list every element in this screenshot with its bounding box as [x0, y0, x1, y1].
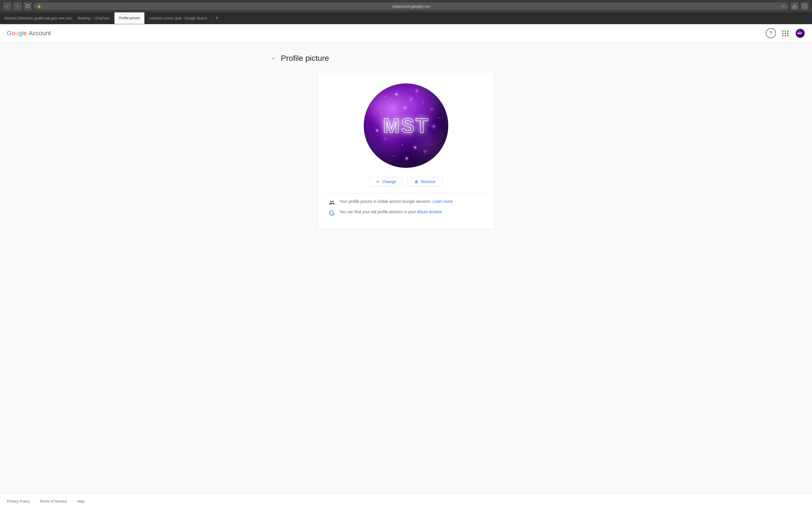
archive-text: You can find your old profile pictures i… — [340, 210, 442, 214]
page-header: Google Account ? MST — [0, 24, 812, 43]
browser-chrome: ‹ › 🔒 myaccount.google.com ↻ Massive Edm… — [0, 0, 812, 24]
profile-picture-container: MST — [364, 83, 448, 168]
tabs-bar: Massive Edmonton graffiti wall gets new … — [0, 12, 812, 24]
forward-button[interactable]: › — [13, 2, 21, 10]
visibility-info-row: Your profile picture is visible across G… — [326, 199, 486, 206]
browser-toolbar: ‹ › 🔒 myaccount.google.com ↻ — [0, 0, 812, 12]
back-button[interactable]: ‹ — [3, 2, 11, 10]
logo-g: G — [7, 30, 11, 37]
tab-overview-button[interactable] — [24, 2, 32, 10]
main-content: ← Profile picture — [209, 43, 603, 240]
profile-initials: MST — [383, 114, 429, 137]
profile-picture-inner: MST — [364, 83, 448, 168]
avatar-image: MST — [796, 29, 805, 38]
back-button[interactable]: ← — [271, 55, 276, 62]
terms-of-service-link[interactable]: Terms of Service — [40, 499, 67, 503]
page-footer: Privacy Policy · Terms of Service · Help — [0, 493, 812, 507]
lock-icon: 🔒 — [37, 4, 41, 8]
remove-button-label: Remove — [421, 179, 435, 184]
logo-o2: o — [15, 30, 18, 37]
svg-rect-3 — [803, 4, 806, 8]
change-button-label: Change — [382, 179, 396, 184]
action-button-row: ✏ Change 🗑 Remove — [369, 177, 442, 186]
new-tab-add-button[interactable]: + — [212, 12, 222, 24]
apps-button[interactable] — [780, 28, 791, 38]
account-avatar-button[interactable]: MST — [795, 28, 805, 38]
logo-account: Account — [29, 30, 51, 37]
page-title-area: ← Profile picture — [214, 54, 598, 63]
browser-actions — [791, 2, 809, 10]
page-title: Profile picture — [281, 54, 329, 63]
question-icon: ? — [769, 31, 772, 36]
profile-picture-card: MST ✏ Change 🗑 Remove — [317, 72, 495, 229]
url-text: myaccount.google.com — [43, 4, 780, 8]
edit-icon: ✏ — [376, 179, 380, 184]
logo-e: e — [23, 30, 27, 37]
trash-icon: 🗑 — [414, 179, 418, 184]
reload-button[interactable]: ↻ — [781, 4, 785, 8]
learn-more-link[interactable]: Learn more — [433, 199, 453, 204]
person-icon — [329, 200, 335, 206]
logo-g2: g — [18, 30, 22, 37]
tab-banking[interactable]: Banking — OnlyFans — [73, 12, 114, 24]
profile-picture: MST — [364, 83, 448, 168]
logo-o1: o — [11, 30, 15, 37]
remove-photo-button[interactable]: 🗑 Remove — [407, 177, 442, 186]
help-link[interactable]: Help — [77, 499, 85, 503]
album-archive-link[interactable]: Album Archive — [417, 210, 442, 214]
info-divider — [326, 193, 486, 193]
google-g-icon — [329, 210, 335, 216]
tab-search[interactable]: macbook screen grab - Google Search — [145, 12, 212, 24]
tab-news[interactable]: Massive Edmonton graffiti wall gets new … — [0, 12, 73, 24]
archive-info-row: You can find your old profile pictures i… — [326, 210, 486, 216]
header-right: ? MST — [766, 28, 805, 38]
svg-rect-1 — [27, 4, 29, 5]
apps-grid-icon — [782, 31, 789, 36]
google-account-logo: Google Account — [7, 30, 51, 37]
privacy-policy-link[interactable]: Privacy Policy — [7, 499, 30, 503]
page-content: Google Account ? MST ← — [0, 24, 812, 507]
visibility-text: Your profile picture is visible across G… — [340, 199, 453, 204]
change-photo-button[interactable]: ✏ Change — [369, 177, 403, 186]
help-button[interactable]: ? — [766, 28, 776, 38]
svg-rect-0 — [26, 5, 29, 8]
share-button[interactable] — [791, 2, 799, 10]
tab-profile[interactable]: Profile picture — [114, 12, 144, 24]
new-tab-button[interactable] — [801, 2, 809, 10]
address-bar[interactable]: 🔒 myaccount.google.com ↻ — [34, 3, 788, 10]
